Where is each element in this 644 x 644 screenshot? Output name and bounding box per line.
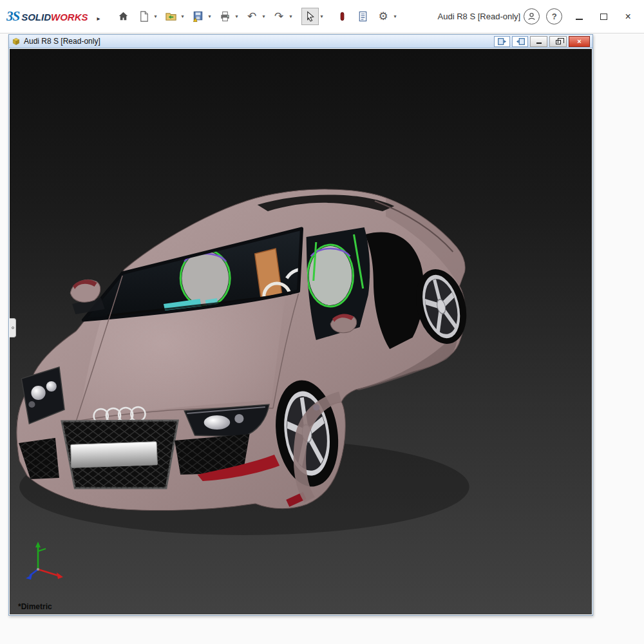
help-button[interactable]: ? — [546, 8, 562, 24]
options-gear-icon: ⚙ — [378, 11, 388, 22]
quick-access-toolbar: ▾ ▾ ▾ ▾ ↶ — [115, 8, 402, 25]
minimize-icon — [536, 43, 542, 44]
left-mirror — [70, 279, 100, 302]
pane-right-icon — [516, 38, 525, 45]
solidworks-logo: 3S SOLIDWORKS ▸ — [6, 8, 100, 24]
document-titlebar[interactable]: Audi R8 S [Read-only] × — [9, 35, 592, 48]
open-icon — [165, 10, 177, 23]
doc-restore-button[interactable] — [549, 36, 567, 47]
options-caret-icon[interactable]: ▾ — [392, 14, 399, 19]
appearance-button[interactable] — [334, 8, 351, 25]
front-grille — [62, 421, 178, 488]
orientation-triad[interactable] — [20, 536, 71, 587]
part-document-icon — [12, 37, 21, 46]
print-button[interactable] — [216, 8, 234, 25]
close-icon: × — [625, 11, 631, 23]
brand-solid: SOLID — [21, 12, 51, 23]
triad-z-axis[interactable] — [30, 569, 38, 576]
select-cursor-icon — [304, 10, 316, 23]
undo-caret-icon[interactable]: ▾ — [261, 14, 267, 19]
home-button[interactable] — [115, 8, 132, 25]
featuremanager-collapse-tab[interactable] — [10, 318, 16, 337]
print-icon — [219, 10, 231, 23]
doc-close-button[interactable]: × — [569, 36, 590, 47]
undo-icon: ↶ — [247, 11, 256, 22]
license-plate — [71, 442, 158, 468]
new-document-icon — [138, 10, 150, 23]
account-icon — [526, 11, 537, 22]
collapse-arrow-icon — [12, 327, 14, 329]
app-title: Audi R8 S [Read-only] — [438, 12, 521, 21]
pane-left-button[interactable] — [494, 36, 510, 47]
select-tool-caret-icon[interactable]: ▾ — [319, 14, 325, 19]
app-close-button[interactable]: × — [617, 7, 639, 26]
view-orientation-label: *Dimetric — [18, 602, 52, 611]
open-caret-icon[interactable]: ▾ — [180, 14, 186, 19]
brand-works: WORKS — [51, 12, 88, 23]
app-titlebar: 3S SOLIDWORKS ▸ ▾ ▾ — [0, 0, 644, 33]
app-minimize-button[interactable] — [568, 7, 590, 26]
restore-icon — [556, 40, 561, 44]
appearance-icon — [336, 10, 348, 23]
file-properties-button[interactable] — [354, 8, 372, 25]
home-icon — [117, 10, 129, 23]
logo-expander-icon[interactable]: ▸ — [97, 15, 100, 22]
new-document-caret-icon[interactable]: ▾ — [153, 14, 159, 19]
new-document-button[interactable] — [135, 8, 153, 25]
redo-button[interactable]: ↷ — [270, 8, 288, 25]
select-tool-button[interactable] — [301, 8, 319, 25]
file-properties-icon — [357, 10, 369, 23]
document-window-controls: × — [494, 36, 590, 47]
redo-caret-icon[interactable]: ▾ — [288, 14, 294, 19]
undo-button[interactable]: ↶ — [243, 8, 261, 25]
app-maximize-button[interactable] — [592, 7, 614, 26]
help-icon: ? — [552, 12, 557, 21]
graphics-area[interactable]: *Dimetric — [10, 49, 592, 614]
save-icon — [192, 10, 204, 23]
solidworks-app: 3S SOLIDWORKS ▸ ▾ ▾ — [0, 0, 644, 644]
maximize-icon — [600, 14, 607, 20]
app-window-controls: ? × — [520, 7, 639, 26]
redo-icon: ↷ — [274, 11, 283, 22]
minimize-icon — [576, 19, 583, 20]
open-button[interactable] — [162, 8, 180, 25]
document-title: Audi R8 S [Read-only] — [24, 37, 100, 46]
triad-x-axis[interactable] — [38, 569, 59, 576]
pane-left-icon — [498, 38, 507, 45]
3ds-logo-icon: 3S — [6, 8, 19, 24]
pane-right-button[interactable] — [512, 36, 528, 47]
car-render[interactable] — [10, 49, 592, 614]
print-caret-icon[interactable]: ▾ — [234, 14, 240, 19]
save-caret-icon[interactable]: ▾ — [207, 14, 213, 19]
doc-minimize-button[interactable] — [530, 36, 547, 47]
account-button[interactable] — [524, 8, 540, 24]
document-window: Audi R8 S [Read-only] × — [8, 34, 593, 616]
close-icon: × — [577, 37, 581, 45]
car-model[interactable] — [17, 189, 474, 535]
options-button[interactable]: ⚙ — [375, 8, 392, 25]
save-button[interactable] — [189, 8, 207, 25]
